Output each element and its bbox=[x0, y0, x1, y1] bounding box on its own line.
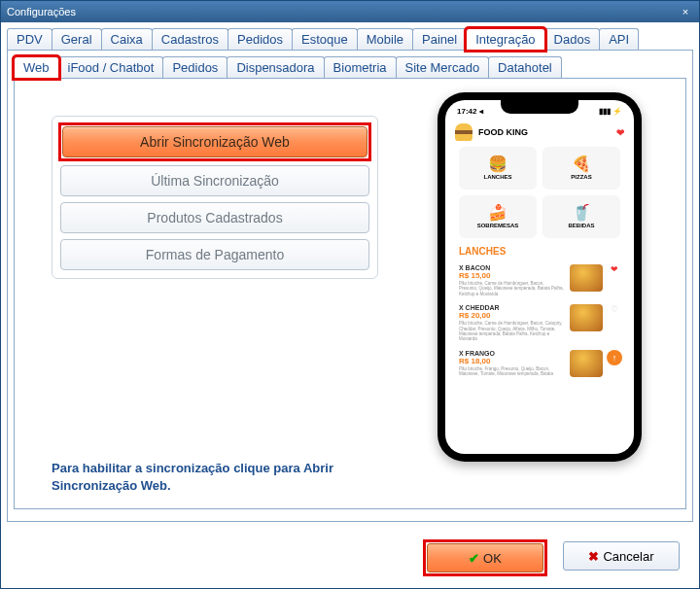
outer-tab-pedidos[interactable]: Pedidos bbox=[228, 28, 293, 50]
ok-button[interactable]: ✔ OK bbox=[427, 543, 543, 572]
outer-tab-caixa[interactable]: Caixa bbox=[101, 28, 153, 50]
inner-tab-biometria[interactable]: Biometria bbox=[324, 56, 397, 78]
inner-tab-site-mercado[interactable]: Site Mercado bbox=[396, 56, 490, 78]
hint-text: Para habilitar a sincronização clique pa… bbox=[52, 460, 378, 495]
category-pizzas: 🍕PIZZAS bbox=[542, 147, 620, 190]
outer-tab-geral[interactable]: Geral bbox=[52, 28, 102, 50]
category-label: PIZZAS bbox=[571, 174, 591, 180]
payments-button[interactable]: Formas de Pagamento bbox=[60, 239, 369, 270]
ok-button-highlight: ✔ OK bbox=[425, 541, 545, 574]
dialog-footer: ✔ OK ✖ Cancelar bbox=[7, 532, 693, 582]
item-thumb bbox=[570, 264, 603, 292]
inner-tab-datahotel[interactable]: Datahotel bbox=[488, 56, 562, 78]
phone-screen: 17:42 ◂ ▮▮▮ ⚡ FOOD KING ❤ 🍔LANCHES🍕PIZZA… bbox=[445, 100, 634, 454]
outer-tab-panel: WebiFood / ChatbotPedidosDispensadoraBio… bbox=[7, 50, 693, 522]
inner-tab-ifood-chatbot[interactable]: iFood / Chatbot bbox=[58, 56, 164, 78]
item-price: R$ 18,00 bbox=[459, 357, 564, 365]
right-column: 17:42 ◂ ▮▮▮ ⚡ FOOD KING ❤ 🍔LANCHES🍕PIZZA… bbox=[407, 92, 672, 495]
phone-time: 17:42 ◂ bbox=[457, 107, 483, 116]
item-name: X BACON bbox=[459, 264, 564, 271]
cross-icon: ✖ bbox=[588, 549, 599, 564]
menu-item: X FRANGOR$ 18,00Pão brioche, Frango, Pre… bbox=[445, 346, 634, 381]
category-icon: 🥤 bbox=[572, 205, 591, 221]
category-grid: 🍔LANCHES🍕PIZZAS🍰SOBREMESAS🥤BEBIDAS bbox=[445, 147, 634, 238]
open-sync-button[interactable]: Abrir Sincronização Web bbox=[62, 126, 368, 157]
category-label: BEBIDAS bbox=[568, 223, 594, 228]
inner-tab-pedidos[interactable]: Pedidos bbox=[162, 56, 228, 78]
item-price: R$ 15,00 bbox=[459, 271, 564, 280]
item-thumb bbox=[570, 350, 603, 377]
window-title: Configurações bbox=[7, 6, 678, 17]
outer-tab-integra-o[interactable]: Integração bbox=[466, 28, 544, 51]
item-desc: Pão brioche, Carne de Hambúrguer, Bacon,… bbox=[459, 281, 564, 296]
heart-icon: ❤ bbox=[611, 264, 618, 274]
phone-mockup: 17:42 ◂ ▮▮▮ ⚡ FOOD KING ❤ 🍔LANCHES🍕PIZZA… bbox=[438, 92, 642, 462]
window-titlebar: Configurações × bbox=[1, 1, 699, 22]
inner-tab-web[interactable]: Web bbox=[14, 56, 59, 79]
category-icon: 🍰 bbox=[488, 205, 508, 221]
category-label: SOBREMESAS bbox=[477, 223, 519, 228]
outer-tab-api[interactable]: API bbox=[599, 28, 639, 50]
check-icon: ✔ bbox=[469, 551, 479, 566]
open-sync-highlight: Abrir Sincronização Web bbox=[60, 124, 369, 159]
menu-list: X BACONR$ 15,00Pão brioche, Carne de Ham… bbox=[445, 260, 634, 381]
outer-tab-strip: PDVGeralCaixaCadastrosPedidosEstoqueMobi… bbox=[7, 28, 693, 50]
category-icon: 🍕 bbox=[572, 156, 591, 172]
item-thumb bbox=[570, 304, 603, 331]
left-column: Abrir Sincronização Web Última Sincroniz… bbox=[28, 92, 378, 495]
category-icon: 🍔 bbox=[488, 156, 508, 172]
item-desc: Pão brioche, Carne de Hambúrguer, Bacon,… bbox=[459, 321, 564, 342]
app-brand: FOOD KING bbox=[478, 127, 528, 137]
favorites-icon: ❤ bbox=[616, 127, 624, 138]
menu-item: X CHEDDARR$ 20,00Pão brioche, Carne de H… bbox=[445, 300, 634, 346]
heart-icon: ♡ bbox=[611, 304, 618, 314]
cancel-label: Cancelar bbox=[603, 549, 653, 564]
phone-notch bbox=[501, 100, 578, 114]
inner-tab-strip: WebiFood / ChatbotPedidosDispensadoraBio… bbox=[14, 56, 686, 78]
item-name: X CHEDDAR bbox=[459, 304, 564, 311]
burger-logo-icon bbox=[455, 123, 472, 141]
outer-tab-painel[interactable]: Painel bbox=[412, 28, 467, 50]
phone-signal: ▮▮▮ ⚡ bbox=[599, 107, 622, 116]
item-price: R$ 20,00 bbox=[459, 311, 564, 320]
last-sync-button[interactable]: Última Sincronização bbox=[60, 165, 369, 196]
menu-item: X BACONR$ 15,00Pão brioche, Carne de Ham… bbox=[445, 260, 634, 300]
inner-tab-dispensadora[interactable]: Dispensadora bbox=[227, 56, 324, 78]
inner-tab-panel: Abrir Sincronização Web Última Sincroniz… bbox=[14, 78, 686, 509]
category-label: LANCHES bbox=[483, 174, 511, 180]
category-lanches: 🍔LANCHES bbox=[459, 147, 537, 190]
close-icon[interactable]: × bbox=[678, 4, 693, 19]
category-bebidas: 🥤BEBIDAS bbox=[542, 195, 620, 238]
ok-label: OK bbox=[483, 551, 502, 566]
button-group: Abrir Sincronização Web Última Sincroniz… bbox=[52, 116, 378, 279]
outer-tab-mobile[interactable]: Mobile bbox=[357, 28, 413, 50]
app-header: FOOD KING ❤ bbox=[445, 118, 634, 147]
item-name: X FRANGO bbox=[459, 350, 564, 357]
menu-section-title: LANCHES bbox=[445, 238, 634, 260]
scroll-top-icon: ↑ bbox=[607, 350, 622, 365]
products-button[interactable]: Produtos Cadastrados bbox=[60, 202, 369, 233]
item-desc: Pão brioche, Frango, Presunto, Queijo, B… bbox=[459, 366, 564, 377]
outer-tab-cadastros[interactable]: Cadastros bbox=[152, 28, 228, 50]
outer-tab-estoque[interactable]: Estoque bbox=[292, 28, 358, 50]
category-sobremesas: 🍰SOBREMESAS bbox=[459, 195, 537, 238]
outer-tab-pdv[interactable]: PDV bbox=[7, 28, 52, 50]
cancel-button[interactable]: ✖ Cancelar bbox=[563, 541, 680, 571]
dialog-body: PDVGeralCaixaCadastrosPedidosEstoqueMobi… bbox=[1, 22, 699, 588]
outer-tab-dados[interactable]: Dados bbox=[544, 28, 601, 50]
